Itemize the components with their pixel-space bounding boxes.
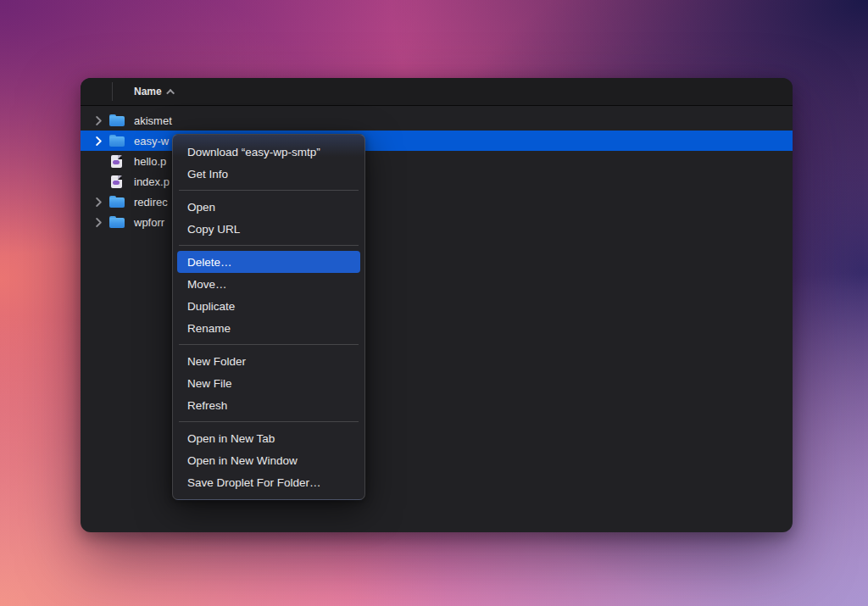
menu-item-rename[interactable]: Rename	[177, 317, 360, 339]
name-column-label: Name	[134, 86, 162, 97]
menu-item-new-folder[interactable]: New Folder	[177, 350, 360, 372]
menu-item-copy-url[interactable]: Copy URL	[177, 218, 360, 240]
file-name: index.p	[134, 175, 170, 188]
file-name: redirec	[134, 196, 168, 208]
menu-separator	[179, 245, 359, 246]
menu-item-delete[interactable]: Delete…	[177, 251, 360, 273]
file-name: easy-w	[134, 135, 169, 147]
folder-icon	[109, 114, 125, 126]
chevron-right-icon[interactable]	[87, 116, 109, 125]
menu-item-move[interactable]: Move…	[177, 273, 360, 295]
menu-item-open[interactable]: Open	[177, 196, 360, 218]
chevron-right-icon[interactable]	[87, 218, 109, 227]
menu-item-refresh[interactable]: Refresh	[177, 394, 360, 416]
file-name: hello.p	[134, 155, 166, 168]
menu-separator	[179, 190, 359, 191]
menu-item-get-info[interactable]: Get Info	[177, 163, 360, 185]
chevron-up-icon	[166, 88, 175, 97]
menu-item-open-in-new-window[interactable]: Open in New Window	[177, 449, 360, 471]
menu-separator	[179, 344, 359, 345]
context-menu: Download “easy-wp-smtp” Get Info Open Co…	[172, 134, 365, 500]
menu-item-save-droplet[interactable]: Save Droplet For Folder…	[177, 471, 360, 493]
chevron-right-icon[interactable]	[87, 197, 109, 207]
file-name: akismet	[134, 114, 172, 127]
menu-item-open-in-new-tab[interactable]: Open in New Tab	[177, 427, 360, 449]
chevron-right-icon[interactable]	[87, 136, 109, 146]
folder-icon	[109, 196, 125, 208]
menu-item-duplicate[interactable]: Duplicate	[177, 295, 360, 317]
folder-icon	[109, 216, 125, 228]
list-header: Name	[81, 78, 793, 106]
folder-icon	[109, 135, 125, 147]
column-divider	[112, 82, 113, 101]
php-file-icon	[111, 175, 122, 188]
file-name: wpforr	[134, 216, 164, 229]
menu-separator	[179, 421, 359, 422]
menu-item-new-file[interactable]: New File	[177, 372, 360, 394]
menu-item-download[interactable]: Download “easy-wp-smtp”	[177, 141, 360, 163]
file-row-akismet[interactable]: akismet	[81, 110, 793, 131]
name-column-header[interactable]: Name	[134, 78, 175, 105]
php-file-icon	[111, 155, 122, 168]
